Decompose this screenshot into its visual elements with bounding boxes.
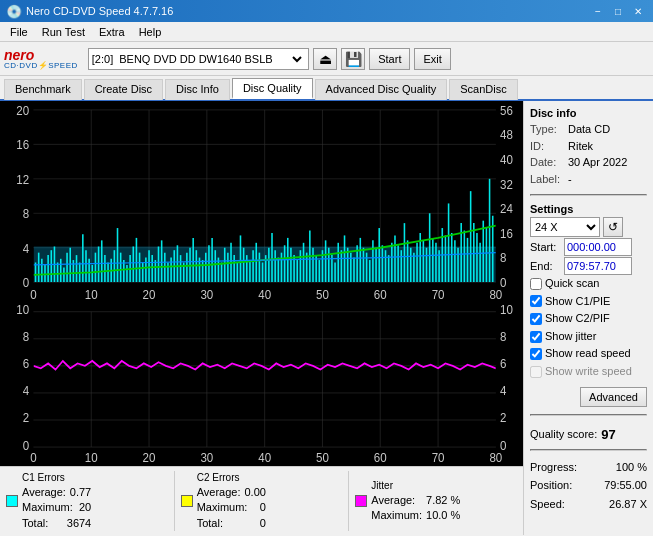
tab-bar: Benchmark Create Disc Disc Info Disc Qua… bbox=[0, 76, 653, 101]
start-button[interactable]: Start bbox=[369, 48, 410, 70]
svg-text:20: 20 bbox=[16, 105, 29, 118]
c2-total-value: 0 bbox=[260, 516, 266, 531]
tab-disc-info[interactable]: Disc Info bbox=[165, 79, 230, 100]
app-icon: 💿 bbox=[6, 4, 22, 19]
c1-avg-row: Average: 0.77 bbox=[22, 485, 91, 500]
quick-scan-checkbox[interactable] bbox=[530, 278, 542, 290]
show-c1pie-checkbox[interactable] bbox=[530, 295, 542, 307]
svg-text:56: 56 bbox=[500, 105, 513, 118]
show-write-speed-row: Show write speed bbox=[530, 363, 647, 381]
progress-row: Progress: 100 % bbox=[530, 458, 647, 477]
quality-score-row: Quality score: 97 bbox=[530, 427, 647, 442]
speed-select[interactable]: 24 X bbox=[530, 217, 600, 237]
svg-text:70: 70 bbox=[432, 288, 445, 303]
charts-svg: 0 4 8 12 16 20 0 8 16 24 32 40 48 56 0 1… bbox=[4, 105, 519, 462]
drive-select-input[interactable]: BENQ DVD DD DW1640 BSLB bbox=[115, 52, 305, 66]
svg-text:4: 4 bbox=[23, 241, 29, 256]
menu-help[interactable]: Help bbox=[133, 24, 168, 40]
svg-text:10: 10 bbox=[16, 302, 29, 317]
tab-scandisc[interactable]: ScanDisc bbox=[449, 79, 517, 100]
c2-label: C2 Errors bbox=[197, 471, 266, 485]
menu-file[interactable]: File bbox=[4, 24, 34, 40]
menu-bar: File Run Test Extra Help bbox=[0, 22, 653, 42]
svg-text:24: 24 bbox=[500, 201, 513, 216]
show-jitter-checkbox[interactable] bbox=[530, 331, 542, 343]
svg-text:40: 40 bbox=[500, 152, 513, 167]
advanced-button[interactable]: Advanced bbox=[580, 387, 647, 407]
minimize-button[interactable]: − bbox=[589, 3, 607, 19]
save-button[interactable]: 💾 bbox=[341, 48, 365, 70]
c2-info: C2 Errors Average: 0.00 Maximum: 0 Total… bbox=[197, 471, 266, 531]
c1-max-label: Maximum: bbox=[22, 500, 73, 515]
disc-type-row: Type: Data CD bbox=[530, 121, 647, 138]
speed-value: 26.87 X bbox=[609, 495, 647, 514]
show-read-speed-checkbox[interactable] bbox=[530, 348, 542, 360]
disc-type-label: Type: bbox=[530, 121, 568, 138]
right-panel: Disc info Type: Data CD ID: Ritek Date: … bbox=[523, 101, 653, 535]
menu-run-test[interactable]: Run Test bbox=[36, 24, 91, 40]
speed-row: Speed: 26.87 X bbox=[530, 495, 647, 514]
disc-info-title: Disc info bbox=[530, 107, 647, 119]
jitter-avg-label: Average: bbox=[371, 493, 415, 508]
stats-row: C1 Errors Average: 0.77 Maximum: 20 Tota… bbox=[0, 466, 523, 535]
drive-label: [2:0] bbox=[92, 53, 113, 65]
svg-text:48: 48 bbox=[500, 128, 513, 143]
settings-section: Settings 24 X ↺ Start: End: Quick scan bbox=[530, 203, 647, 407]
tab-advanced-disc-quality[interactable]: Advanced Disc Quality bbox=[315, 79, 448, 100]
menu-extra[interactable]: Extra bbox=[93, 24, 131, 40]
quick-scan-row: Quick scan bbox=[530, 275, 647, 293]
disc-label-row: Label: - bbox=[530, 171, 647, 188]
toolbar: nero CD·DVD⚡SPEED [2:0] BENQ DVD DD DW16… bbox=[0, 42, 653, 76]
divider-settings-quality bbox=[530, 414, 647, 416]
settings-title: Settings bbox=[530, 203, 647, 215]
svg-text:32: 32 bbox=[500, 177, 513, 192]
title-bar-controls: − □ ✕ bbox=[589, 3, 647, 19]
svg-text:0: 0 bbox=[23, 438, 29, 453]
svg-text:80: 80 bbox=[489, 450, 502, 462]
c1-color bbox=[6, 495, 18, 507]
exit-button[interactable]: Exit bbox=[414, 48, 450, 70]
svg-text:40: 40 bbox=[258, 288, 271, 303]
svg-text:0: 0 bbox=[30, 288, 36, 303]
c2-avg-value: 0.00 bbox=[245, 485, 266, 500]
quality-score-value: 97 bbox=[601, 427, 615, 442]
c1-label: C1 Errors bbox=[22, 471, 91, 485]
position-label: Position: bbox=[530, 476, 572, 495]
end-row: End: bbox=[530, 257, 647, 275]
show-c2pif-checkbox[interactable] bbox=[530, 313, 542, 325]
svg-text:4: 4 bbox=[500, 384, 506, 399]
start-row: Start: bbox=[530, 238, 647, 256]
tab-disc-quality[interactable]: Disc Quality bbox=[232, 78, 313, 99]
svg-text:10: 10 bbox=[85, 288, 98, 303]
disc-date-row: Date: 30 Apr 2022 bbox=[530, 154, 647, 171]
show-read-speed-row: Show read speed bbox=[530, 345, 647, 363]
disc-id-value: Ritek bbox=[568, 138, 593, 155]
svg-text:2: 2 bbox=[23, 411, 29, 426]
position-value: 79:55.00 bbox=[604, 476, 647, 495]
jitter-max-label: Maximum: bbox=[371, 508, 422, 523]
start-input[interactable] bbox=[564, 238, 632, 256]
svg-text:60: 60 bbox=[374, 450, 387, 462]
divider-quality-progress bbox=[530, 449, 647, 451]
maximize-button[interactable]: □ bbox=[609, 3, 627, 19]
end-input[interactable] bbox=[564, 257, 632, 275]
title-bar: 💿 Nero CD-DVD Speed 4.7.7.16 − □ ✕ bbox=[0, 0, 653, 22]
svg-text:8: 8 bbox=[23, 206, 29, 221]
svg-text:60: 60 bbox=[374, 288, 387, 303]
c1-info: C1 Errors Average: 0.77 Maximum: 20 Tota… bbox=[22, 471, 91, 531]
svg-text:8: 8 bbox=[23, 329, 29, 344]
c2-total-label: Total: bbox=[197, 516, 223, 531]
svg-text:50: 50 bbox=[316, 450, 329, 462]
c2-total-row: Total: 0 bbox=[197, 516, 266, 531]
show-jitter-label: Show jitter bbox=[545, 328, 596, 346]
tab-benchmark[interactable]: Benchmark bbox=[4, 79, 82, 100]
show-c1pie-row: Show C1/PIE bbox=[530, 293, 647, 311]
close-button[interactable]: ✕ bbox=[629, 3, 647, 19]
speed-refresh-button[interactable]: ↺ bbox=[603, 217, 623, 237]
tab-create-disc[interactable]: Create Disc bbox=[84, 79, 163, 100]
jitter-info: Jitter Average: 7.82 % Maximum: 10.0 % bbox=[371, 479, 460, 524]
svg-text:16: 16 bbox=[16, 137, 29, 152]
eject-button[interactable]: ⏏ bbox=[313, 48, 337, 70]
drive-selector[interactable]: [2:0] BENQ DVD DD DW1640 BSLB bbox=[88, 48, 309, 70]
c1-max-row: Maximum: 20 bbox=[22, 500, 91, 515]
